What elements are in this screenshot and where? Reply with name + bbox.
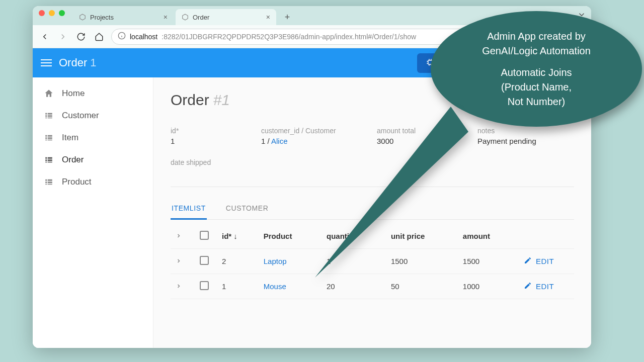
detail-tabs: ITEMLIST CUSTOMER (171, 199, 574, 220)
svg-rect-36 (45, 184, 47, 185)
top-actions: LOGIC ITERATE D (417, 53, 583, 73)
home-icon (44, 88, 54, 99)
sort-desc-icon: ↓ (233, 232, 237, 240)
field-notes: notes Payment pending (477, 127, 574, 145)
sidebar-item-label: Product (62, 177, 92, 187)
button-label: D (569, 59, 574, 67)
flask-icon (488, 58, 496, 68)
customer-id-text: 1 (261, 137, 265, 145)
home-button[interactable] (93, 31, 105, 43)
sidebar-item-home[interactable]: Home (33, 82, 153, 105)
svg-marker-1 (183, 14, 188, 20)
field-customer: customer_id / Customer 1 / Alice (261, 127, 372, 145)
pencil-icon (524, 256, 532, 266)
cell-quantity: 1 (321, 249, 386, 274)
close-tab-icon[interactable]: × (164, 14, 168, 21)
logic-button[interactable]: LOGIC (417, 53, 470, 73)
col-id[interactable]: id*↓ (217, 224, 259, 249)
list-icon (44, 133, 54, 142)
new-tab-button[interactable]: + (280, 10, 294, 24)
browser-tab-projects[interactable]: Projects × (73, 9, 174, 25)
pencil-icon (524, 282, 532, 291)
svg-rect-19 (48, 118, 52, 119)
sidebar: Home Customer Item (33, 77, 153, 348)
sidebar-item-customer[interactable]: Customer (33, 105, 153, 127)
url-path: :8282/01JDBGRFR2QPDPDR52Q3P3E986/admin-a… (162, 33, 416, 41)
list-icon (44, 155, 54, 164)
sidebar-item-item[interactable]: Item (33, 127, 153, 149)
app-body: Home Customer Item (33, 77, 591, 348)
svg-rect-26 (45, 157, 47, 159)
col-unit-price[interactable]: unit price (386, 224, 458, 249)
field-value: 1 (171, 137, 256, 145)
expand-all-icon[interactable] (176, 232, 182, 240)
minimize-window-button[interactable] (49, 10, 55, 16)
cell-unit-price: 50 (386, 274, 458, 299)
back-button[interactable] (39, 31, 51, 43)
row-checkbox[interactable] (200, 281, 209, 290)
svg-rect-25 (48, 140, 52, 141)
field-amount-total: amount total 3000 (377, 127, 472, 145)
svg-rect-5 (428, 60, 432, 64)
deploy-button[interactable]: D (547, 53, 583, 73)
tab-label: Order (193, 14, 209, 21)
table-header-row: id*↓ Product quantity unit price amount (171, 224, 574, 249)
table-row[interactable]: 2Laptop115001500EDIT (171, 249, 574, 274)
svg-rect-34 (45, 182, 47, 183)
iterate-button[interactable]: ITERATE (478, 53, 540, 73)
list-icon (44, 177, 54, 187)
sidebar-item-label: Order (62, 155, 84, 165)
edit-button[interactable]: EDIT (524, 282, 569, 291)
cell-amount: 1500 (458, 249, 519, 274)
url-input[interactable]: localhost:8282/01JDBGRFR2QPDPDR52Q3P3E98… (111, 29, 585, 45)
reload-button[interactable] (75, 31, 87, 43)
page-title-entity: Order (171, 92, 209, 109)
svg-marker-0 (80, 14, 86, 20)
expand-row-icon[interactable] (176, 257, 182, 265)
product-link[interactable]: Laptop (264, 257, 287, 265)
product-link[interactable]: Mouse (264, 282, 286, 291)
hexagon-icon (79, 14, 86, 21)
tab-label: Projects (90, 14, 114, 21)
expand-row-icon[interactable] (176, 282, 182, 291)
svg-rect-24 (45, 140, 47, 141)
maximize-window-button[interactable] (59, 10, 65, 16)
svg-rect-16 (45, 115, 47, 117)
col-quantity[interactable]: quantity (321, 224, 386, 249)
browser-tab-order[interactable]: Order × (176, 9, 276, 25)
col-product[interactable]: Product (259, 224, 321, 249)
close-window-button[interactable] (39, 10, 45, 16)
edit-button[interactable]: EDIT (524, 256, 569, 266)
cell-amount: 1000 (458, 274, 519, 299)
tab-customer[interactable]: CUSTOMER (225, 199, 270, 219)
row-checkbox[interactable] (200, 256, 209, 265)
tab-itemlist[interactable]: ITEMLIST (171, 199, 207, 220)
field-label: amount total (377, 127, 472, 135)
sidebar-item-order[interactable]: Order (33, 149, 153, 171)
field-value: 1 / Alice (261, 137, 372, 145)
button-label: LOGIC (438, 59, 461, 67)
edit-label: EDIT (536, 257, 554, 265)
brand-id: 1 (90, 56, 96, 69)
fields-row: id* 1 customer_id / Customer 1 / Alice a… (171, 127, 574, 145)
field-label: notes (477, 127, 574, 135)
svg-rect-32 (45, 179, 47, 181)
close-tab-icon[interactable]: × (266, 14, 270, 21)
svg-rect-23 (48, 137, 52, 139)
window-traffic-lights (39, 10, 65, 16)
site-info-icon[interactable] (118, 32, 126, 41)
col-amount[interactable]: amount (458, 224, 519, 249)
sidebar-item-product[interactable]: Product (33, 171, 153, 193)
table-row[interactable]: 1Mouse20501000EDIT (171, 274, 574, 299)
forward-button[interactable] (57, 31, 69, 43)
select-all-checkbox[interactable] (200, 231, 209, 240)
cell-quantity: 20 (321, 274, 386, 299)
field-id: id* 1 (171, 127, 256, 145)
svg-rect-37 (48, 184, 52, 185)
app-topbar: Order 1 LOGIC ITERATE (33, 48, 591, 77)
col-label: id* (222, 232, 231, 240)
divider (171, 187, 574, 187)
customer-link[interactable]: Alice (271, 137, 288, 145)
tabs-overflow-button[interactable] (577, 10, 586, 21)
menu-icon[interactable] (41, 59, 52, 66)
